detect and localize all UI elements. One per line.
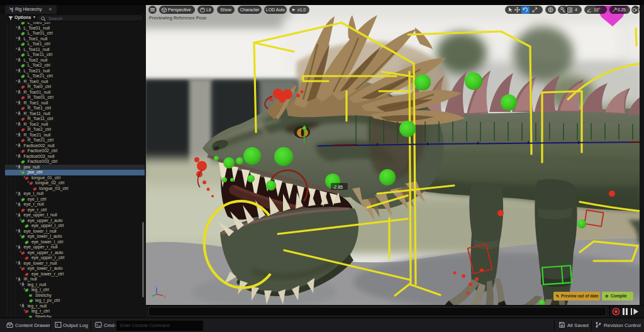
- svg-text:Z: Z: [154, 284, 157, 287]
- svg-text:-2.85: -2.85: [333, 185, 343, 189]
- svg-text:X: X: [164, 295, 166, 299]
